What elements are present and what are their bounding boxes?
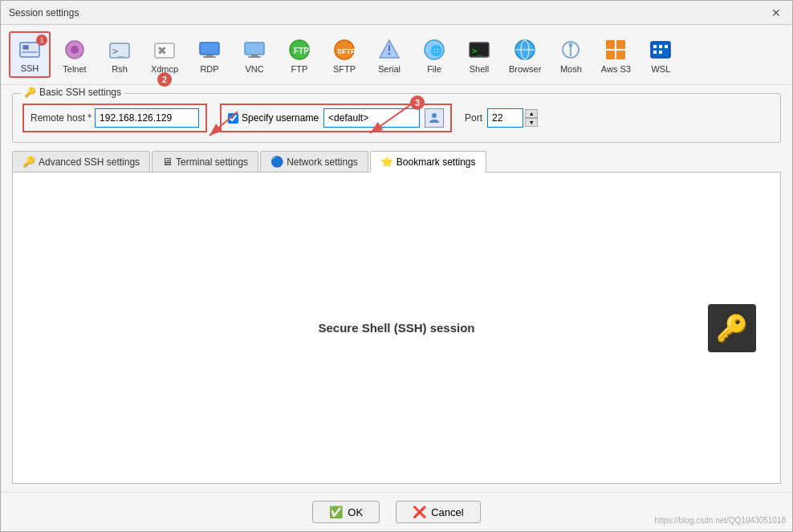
file-label: File <box>427 64 441 74</box>
key-icon-box: 🔑 <box>708 304 756 352</box>
svg-rect-33 <box>606 40 615 49</box>
protocol-wsl[interactable]: WSL <box>640 33 681 78</box>
window-title: Session settings <box>9 7 79 18</box>
tab-network[interactable]: 🔵 Network settings <box>260 151 368 172</box>
svg-point-43 <box>432 113 437 118</box>
svg-point-5 <box>71 46 79 54</box>
protocol-sftp[interactable]: SFTP SFTP <box>323 33 365 78</box>
tab-advanced-ssh[interactable]: 🔑 Advanced SSH settings <box>12 151 150 172</box>
browser-label: Browser <box>509 64 541 74</box>
tab-bookmark-label: Bookmark settings <box>396 156 476 168</box>
svg-text:✖: ✖ <box>157 44 167 57</box>
svg-text:🌐: 🌐 <box>430 44 442 56</box>
mosh-icon <box>558 37 584 63</box>
remote-host-input[interactable] <box>95 108 199 128</box>
vnc-label: VNC <box>245 64 263 74</box>
protocol-awss3[interactable]: Aws S3 <box>595 33 636 78</box>
username-input[interactable] <box>323 108 420 128</box>
port-spinner: ▲ ▼ <box>525 109 538 127</box>
main-content: 🔑 Basic SSH settings 2 Remote host * <box>1 85 792 492</box>
protocol-shell[interactable]: >_ Shell <box>458 33 500 78</box>
serial-icon <box>376 37 402 63</box>
footer: ✅ OK ❌ Cancel <box>1 492 792 531</box>
cancel-icon: ❌ <box>413 506 426 518</box>
port-down-button[interactable]: ▼ <box>525 118 538 127</box>
svg-rect-35 <box>606 51 615 59</box>
svg-rect-34 <box>616 40 625 49</box>
shell-label: Shell <box>470 64 489 74</box>
rsh-label: Rsh <box>112 64 128 74</box>
annotation-badge-1: 1 <box>36 35 47 46</box>
group-title-text: Basic SSH settings <box>39 87 121 98</box>
protocol-rsh[interactable]: >_ Rsh <box>99 33 140 78</box>
user-browse-button[interactable] <box>425 108 444 128</box>
mosh-label: Mosh <box>560 64 582 74</box>
protocol-vnc[interactable]: VNC <box>234 33 275 78</box>
tab-network-label: Network settings <box>287 156 358 168</box>
protocol-xdmcp[interactable]: ✖ Xdmcp <box>144 33 185 78</box>
annotation-2-badge: 2 <box>157 72 172 87</box>
svg-rect-3 <box>22 51 38 53</box>
sftp-label: SFTP <box>333 64 356 74</box>
basic-fields-row: Remote host * Specify username <box>22 104 771 132</box>
specify-username-label: Specify username <box>242 112 319 124</box>
port-up-button[interactable]: ▲ <box>525 109 538 118</box>
ok-label: OK <box>348 506 363 518</box>
tabs-container: 🔑 Advanced SSH settings 🖥 Terminal setti… <box>12 151 781 484</box>
tab-bookmark[interactable]: ⭐ Bookmark settings <box>370 151 486 173</box>
protocol-ssh[interactable]: SSH 1 <box>9 31 51 78</box>
protocol-file[interactable]: 🌐 File <box>413 33 455 78</box>
ssh-label: SSH <box>21 63 39 73</box>
specify-username-checkbox-label[interactable]: Specify username <box>228 112 319 124</box>
tab-terminal[interactable]: 🖥 Terminal settings <box>152 151 258 172</box>
tab-terminal-icon: 🖥 <box>162 156 173 168</box>
svg-point-31 <box>569 43 573 47</box>
port-input[interactable] <box>487 108 523 128</box>
svg-text:>_: >_ <box>112 46 124 57</box>
svg-rect-10 <box>200 43 219 55</box>
svg-text:SFTP: SFTP <box>337 47 356 55</box>
protocol-ftp[interactable]: FTP FTP <box>279 33 320 78</box>
tab-bookmark-icon: ⭐ <box>380 156 393 168</box>
browser-icon <box>512 37 538 63</box>
telnet-label: Telnet <box>63 64 86 74</box>
protocol-serial[interactable]: Serial <box>368 33 410 78</box>
protocol-browser[interactable]: Browser <box>503 33 547 78</box>
remote-host-section: Remote host * <box>22 104 207 132</box>
protocol-bar: SSH 1 Telnet >_ Rsh ✖ Xdmcp <box>1 25 792 85</box>
key-icon: 🔑 <box>716 313 748 343</box>
specify-username-checkbox[interactable] <box>228 113 238 124</box>
rsh-icon: >_ <box>107 37 132 63</box>
tab-terminal-label: Terminal settings <box>176 156 248 168</box>
ok-icon: ✅ <box>329 506 343 518</box>
svg-rect-12 <box>203 56 216 58</box>
svg-point-2 <box>24 46 27 49</box>
cancel-button[interactable]: ❌ Cancel <box>396 501 480 523</box>
protocol-telnet[interactable]: Telnet <box>54 33 96 78</box>
tab-advanced-ssh-icon: 🔑 <box>22 156 35 168</box>
svg-rect-15 <box>248 56 261 58</box>
sftp-icon: SFTP <box>331 37 357 63</box>
svg-rect-37 <box>651 42 670 58</box>
session-description: Secure Shell (SSH) session <box>318 321 474 335</box>
protocol-rdp[interactable]: RDP <box>189 33 230 78</box>
wsl-icon <box>648 37 673 63</box>
telnet-icon <box>62 37 87 63</box>
remote-host-label: Remote host * <box>31 112 92 124</box>
rdp-icon <box>197 37 222 63</box>
group-title-icon: 🔑 <box>24 87 36 98</box>
svg-rect-38 <box>653 45 657 48</box>
rdp-label: RDP <box>200 64 218 74</box>
ok-button[interactable]: ✅ OK <box>312 501 380 523</box>
svg-rect-41 <box>653 51 657 54</box>
protocol-mosh[interactable]: Mosh <box>550 33 592 78</box>
svg-rect-0 <box>20 43 39 57</box>
awss3-label: Aws S3 <box>601 64 631 74</box>
tab-advanced-ssh-label: Advanced SSH settings <box>39 156 140 168</box>
xdmcp-icon: ✖ <box>152 37 177 63</box>
close-button[interactable]: ✕ <box>768 6 784 19</box>
shell-icon: >_ <box>466 37 492 63</box>
basic-ssh-settings-group: 🔑 Basic SSH settings 2 Remote host * <box>12 93 781 143</box>
file-icon: 🌐 <box>421 37 447 63</box>
group-title: 🔑 Basic SSH settings 2 <box>21 87 124 98</box>
